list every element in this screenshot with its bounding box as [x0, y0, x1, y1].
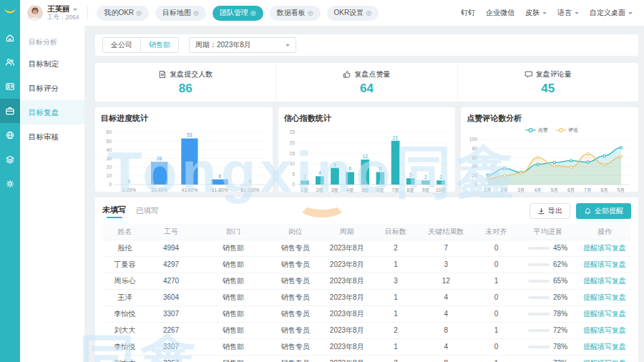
column-header-8: 平均进展: [517, 224, 578, 240]
rail-item-briefcase[interactable]: [0, 99, 20, 123]
thumbs-up-icon: [343, 70, 351, 79]
topbar-tab-2[interactable]: 团队管理◎: [213, 6, 263, 21]
column-header-5: 目标数: [375, 224, 417, 240]
rail-item-home[interactable]: [0, 26, 20, 50]
svg-text:20: 20: [107, 165, 112, 170]
cell-period: 2023年8月: [319, 355, 375, 362]
cell-name: 殷伦: [102, 240, 147, 256]
remind-fill-link[interactable]: 提醒填写复盘: [583, 260, 626, 268]
rail-item-team[interactable]: [0, 50, 20, 74]
progress-label: 45%: [553, 244, 567, 252]
topbar-action-0[interactable]: 钉钉: [461, 8, 475, 18]
topbar-tab-0[interactable]: 我的OKR◎: [97, 6, 149, 21]
svg-text:1-20%: 1-20%: [122, 187, 136, 192]
cell-unaligned: 0: [475, 240, 517, 256]
sidebar-items: 目标制定目标评分目标复盘目标审核: [20, 52, 84, 149]
rail-item-layers[interactable]: [0, 147, 20, 172]
avatar[interactable]: [27, 5, 43, 21]
likes-comments-line-chart: 0204060801001月2月3月4月5月6月7月8月9月点赞评论: [467, 125, 634, 194]
rail-item-globe[interactable]: [0, 123, 20, 147]
progress-bar: [528, 247, 550, 250]
export-button[interactable]: 导出: [530, 203, 570, 219]
stat-value: 64: [360, 82, 374, 96]
tab-label: 我的OKR: [104, 8, 134, 18]
team-icon: [5, 57, 15, 67]
table-body: 殷伦4994销售部销售专员2023年8月27045%提醒填写复盘丁曼容4297销…: [102, 240, 631, 362]
svg-text:3: 3: [409, 172, 412, 177]
cell-dept: 销售部: [195, 289, 271, 305]
scope-segmented-control: 全公司 销售部: [102, 37, 179, 53]
topbar-action-4[interactable]: 自定义桌面: [590, 8, 633, 18]
chart-title: 信心指数统计: [284, 113, 452, 124]
stat-0: 复盘提交人数 86: [95, 63, 275, 102]
sidebar-item-2[interactable]: 目标复盘: [20, 100, 84, 124]
sidebar-item-1[interactable]: 目标评分: [20, 76, 84, 100]
topbar-action-2[interactable]: 皮肤: [525, 8, 547, 18]
column-header-4: 周期: [319, 224, 375, 240]
rail-item-gear[interactable]: [0, 172, 20, 196]
divider: [87, 6, 88, 19]
cell-period: 2023年8月: [319, 305, 375, 322]
remind-fill-link[interactable]: 提醒填写复盘: [583, 244, 626, 252]
charts-row: 目标进度统计 010203040506001-20%2621-40%5341-6…: [95, 107, 638, 192]
cell-dept: 销售部: [195, 256, 271, 273]
remind-all-button[interactable]: 全部提醒: [576, 203, 631, 219]
cell-name: 刘大大: [102, 322, 147, 338]
topbar-tab-1[interactable]: 目标地图◎: [155, 6, 206, 21]
remind-fill-link[interactable]: 提醒填写复盘: [583, 293, 626, 301]
progress-label: 62%: [553, 260, 567, 268]
confidence-index-bar-chart: 051015202521星42星83星64星125星66星217星38星29星2…: [284, 125, 452, 194]
remind-fill-link[interactable]: 提醒填写复盘: [583, 310, 626, 318]
tab-not-filled[interactable]: 未填写: [102, 205, 126, 218]
main-content: 全公司 销售部 周期：2023年8月 复盘提交人数 86复盘点赞量 64复盘评论…: [84, 26, 644, 362]
svg-text:61-80%: 61-80%: [212, 187, 228, 192]
svg-text:53: 53: [187, 133, 192, 138]
remind-fill-link[interactable]: 提醒填写复盘: [583, 326, 626, 334]
sidebar-item-0[interactable]: 目标制定: [20, 52, 84, 76]
smile-logo-icon: [4, 8, 16, 16]
svg-text:6: 6: [379, 167, 381, 172]
topbar-action-3[interactable]: 语言: [557, 8, 579, 18]
cell-role: 销售专员: [271, 289, 319, 305]
svg-text:41-60%: 41-60%: [181, 187, 197, 192]
remind-fill-link[interactable]: 提醒填写复盘: [583, 359, 626, 362]
cell-period: 2023年8月: [319, 273, 375, 289]
svg-text:5月: 5月: [551, 187, 558, 193]
user-info[interactable]: 王芙丽 工号：2064: [47, 5, 79, 21]
rail-item-badge[interactable]: [0, 74, 20, 99]
svg-text:7星: 7星: [391, 187, 399, 192]
cell-goals: 1: [375, 305, 417, 322]
svg-text:4: 4: [318, 170, 321, 175]
cell-name: 周乐心: [102, 273, 147, 289]
stat-2: 复盘评论量 45: [457, 63, 638, 102]
briefcase-icon: [5, 106, 15, 116]
remind-fill-link[interactable]: 提醒填写复盘: [583, 277, 626, 285]
sidebar-item-3[interactable]: 目标审核: [20, 124, 84, 149]
period-select[interactable]: 周期：2023年8月: [189, 37, 296, 53]
column-header-7: 未对齐: [475, 224, 517, 240]
brand-logo[interactable]: [0, 0, 20, 24]
topbar-action-1[interactable]: 企业微信: [486, 8, 514, 18]
svg-text:点赞: 点赞: [538, 127, 548, 133]
action-label: 企业微信: [486, 8, 514, 18]
stat-label: 复盘提交人数: [170, 69, 213, 79]
cell-role: 销售专员: [271, 322, 319, 338]
tab-filled[interactable]: 已填写: [136, 206, 159, 216]
svg-text:60: 60: [107, 129, 112, 134]
cell-action: 提醒填写复盘: [578, 305, 631, 322]
topbar-tab-4[interactable]: OKR设置◎: [327, 6, 379, 21]
column-header-0: 姓名: [102, 224, 147, 240]
topbar-tab-3[interactable]: 数据看板◎: [270, 6, 321, 21]
svg-text:5星: 5星: [361, 187, 369, 192]
svg-text:81-100%: 81-100%: [240, 187, 260, 192]
table-actions: 导出 全部提醒: [530, 203, 631, 219]
scope-tab-company[interactable]: 全公司: [103, 38, 140, 52]
table-header-row: 姓名工号部门岗位周期目标数关键结果数未对齐平均进展操作: [102, 224, 631, 240]
sidebar-title: 目标分析: [20, 37, 84, 47]
cell-unaligned: 0: [475, 338, 517, 355]
cell-id: 4297: [147, 256, 195, 273]
cell-unaligned: 0: [475, 289, 517, 305]
cell-unaligned: 1: [475, 322, 517, 338]
scope-tab-sales[interactable]: 销售部: [140, 38, 178, 52]
remind-fill-link[interactable]: 提醒填写复盘: [583, 343, 626, 351]
